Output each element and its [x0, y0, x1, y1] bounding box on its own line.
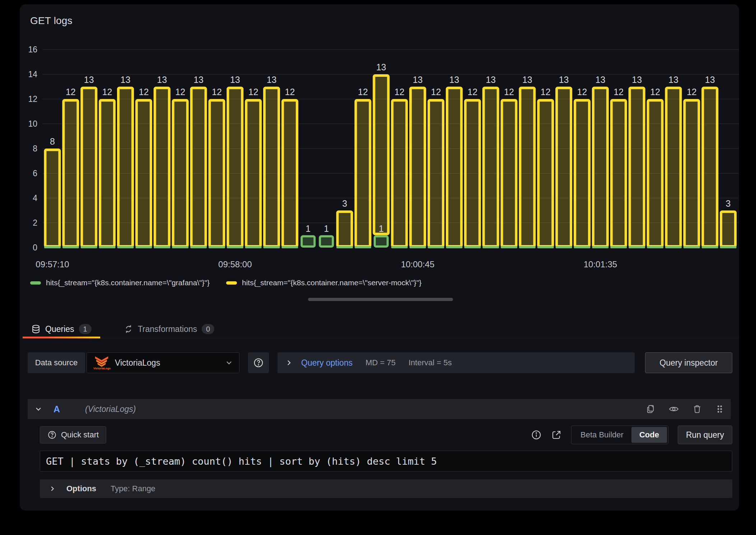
legend-label: hits{_stream="{k8s.container.name=\"graf…	[46, 278, 210, 287]
panel-title: GET logs	[30, 15, 73, 27]
data-source-select[interactable]: VictoriaLogs VictoriaLogs	[87, 352, 239, 373]
run-query-button[interactable]: Run query	[678, 426, 732, 444]
chevron-down-icon[interactable]	[34, 405, 43, 413]
query-options-label: Query options	[301, 358, 353, 368]
tab-label: Transformations	[138, 324, 197, 334]
help-circle-icon	[47, 430, 57, 440]
chart-legend: hits{_stream="{k8s.container.name=\"graf…	[30, 278, 421, 287]
duplicate-query-button[interactable]	[645, 404, 655, 414]
query-options-collapsible[interactable]: Options Type: Range	[40, 479, 732, 498]
copy-icon	[645, 404, 655, 414]
chevron-right-icon	[285, 358, 293, 367]
remove-query-button[interactable]	[692, 404, 702, 414]
editor-mode-builder[interactable]: Beta Builder	[573, 427, 631, 443]
quick-start-label: Quick start	[61, 430, 99, 440]
query-options-header[interactable]: Query options MD = 75 Interval = 5s	[277, 352, 635, 373]
query-info-button[interactable]	[531, 430, 542, 440]
data-source-help-button[interactable]	[248, 352, 269, 373]
quick-start-button[interactable]: Quick start	[40, 426, 106, 444]
data-source-label: Data source	[28, 352, 85, 373]
chevron-right-icon	[48, 485, 56, 493]
legend-label: hits{_stream="{k8s.container.name=\"serv…	[242, 278, 421, 287]
trash-icon	[692, 404, 702, 414]
docs-link-button[interactable]	[551, 430, 562, 440]
tab-transformations[interactable]: Transformations 0	[115, 320, 223, 338]
query-options-md: MD = 75	[365, 358, 396, 367]
options-type-value: Type: Range	[111, 484, 155, 493]
victorialogs-logo-icon: VictoriaLogs	[93, 356, 110, 370]
external-link-icon	[551, 430, 562, 440]
query-expression-text: GET | stats by (_stream) count() hits | …	[46, 456, 437, 467]
query-datasource-hint: (VictoriaLogs)	[85, 404, 136, 414]
tab-queries[interactable]: Queries 1	[23, 320, 100, 338]
transformations-icon	[124, 324, 133, 334]
editor-header-row: Quick start Beta Builder Code Run query	[40, 425, 732, 445]
info-circle-icon	[531, 430, 542, 440]
tab-count-badge: 0	[202, 324, 214, 334]
legend-swatch	[30, 281, 41, 285]
tab-count-badge: 1	[79, 324, 92, 334]
screen: { "panel": { "title": "GET logs" }, "cha…	[0, 0, 756, 535]
grip-dots-icon	[715, 404, 724, 414]
tabbar: Queries 1 Transformations 0	[23, 320, 223, 338]
legend-item-server-mock[interactable]: hits{_stream="{k8s.container.name=\"serv…	[226, 278, 421, 287]
query-row-actions	[645, 404, 724, 414]
query-row-header[interactable]: A (VictoriaLogs)	[28, 399, 731, 419]
eye-icon	[668, 404, 679, 414]
query-options-interval: Interval = 5s	[409, 358, 452, 367]
query-expression-input[interactable]: GET | stats by (_stream) count() hits | …	[40, 451, 732, 471]
options-label: Options	[66, 484, 96, 493]
chevron-down-icon	[225, 358, 233, 367]
hide-query-button[interactable]	[668, 404, 679, 414]
tab-label: Queries	[45, 324, 74, 334]
victorialogs-logo-caption: VictoriaLogs	[93, 367, 110, 370]
editor-mode-switch: Beta Builder Code	[571, 426, 668, 444]
query-inspector-button[interactable]: Query inspector	[645, 352, 732, 373]
query-ref-id: A	[53, 404, 60, 414]
help-circle-icon	[253, 357, 264, 368]
editor-header-actions: Beta Builder Code Run query	[531, 426, 732, 444]
legend-item-grafana[interactable]: hits{_stream="{k8s.container.name=\"graf…	[30, 278, 210, 287]
legend-swatch	[226, 281, 237, 285]
data-source-value: VictoriaLogs	[115, 358, 225, 368]
drag-handle[interactable]	[715, 404, 724, 414]
editor-mode-code[interactable]: Code	[631, 427, 667, 443]
horizontal-scrollbar-thumb[interactable]	[308, 298, 453, 301]
database-icon	[31, 324, 41, 334]
